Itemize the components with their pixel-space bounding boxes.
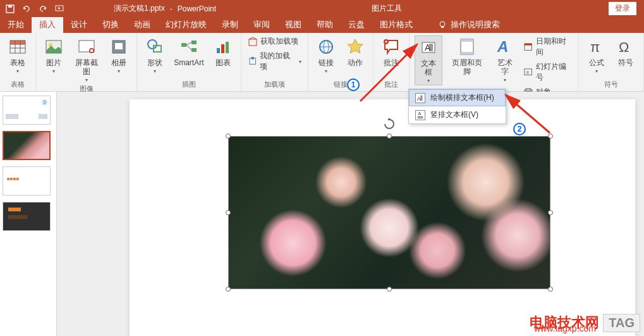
menu-horizontal-textbox[interactable]: A 绘制横排文本框(H)	[409, 89, 506, 106]
svg-rect-22	[191, 48, 197, 52]
ribbon: 表格 ▾ 表格 图片 ▾ 屏幕截图 ▾ 相册 ▾ 图像	[0, 33, 644, 92]
picture-button[interactable]: 图片 ▾	[41, 35, 66, 75]
comment-icon	[381, 37, 401, 57]
tab-animation[interactable]: 动画	[126, 16, 158, 33]
annotation-badge-1: 1	[347, 78, 360, 91]
selected-picture[interactable]	[228, 136, 550, 289]
wordart-button[interactable]: A 艺术字 ▾	[492, 35, 519, 84]
svg-rect-23	[217, 48, 220, 53]
store-icon	[248, 37, 258, 47]
window-title: 演示文稿1.pptx - PowerPoint	[114, 3, 216, 14]
header-footer-label: 页眉和页脚	[449, 58, 485, 76]
screenshot-label: 屏幕截图	[73, 58, 100, 76]
save-icon[interactable]	[5, 4, 15, 14]
resize-handle-bm[interactable]	[387, 287, 392, 292]
annotation-1-label: 1	[351, 80, 356, 89]
resize-handle-tr[interactable]	[548, 134, 553, 139]
login-button[interactable]: 登录	[609, 2, 636, 15]
resize-handle-bl[interactable]	[226, 287, 231, 292]
my-addins-label: 我的加载项	[260, 51, 296, 72]
thumbnail-2[interactable]	[3, 131, 51, 160]
tell-me-search[interactable]: 操作说明搜索	[433, 16, 505, 33]
smartart-button[interactable]: SmartArt	[171, 35, 206, 68]
group-addins: 获取加载项 我的加载项 ▾ 加载项	[241, 33, 308, 92]
my-addins-button[interactable]: 我的加载项 ▾	[246, 50, 303, 73]
tell-me-label: 操作说明搜索	[451, 19, 500, 30]
screenshot-button[interactable]: 屏幕截图 ▾	[70, 35, 102, 84]
slide-thumbnails: 录 ■■■■	[0, 92, 57, 336]
svg-rect-25	[226, 42, 229, 53]
resize-handle-tl[interactable]	[226, 134, 231, 139]
date-time-button[interactable]: 日期和时间	[522, 35, 573, 58]
filename-label: 演示文稿1.pptx	[114, 3, 165, 14]
equation-label: 公式	[589, 58, 604, 67]
annotation-2-label: 2	[518, 125, 522, 134]
thumbnail-1[interactable]: 录	[3, 96, 51, 125]
addins-icon	[248, 56, 257, 66]
table-label: 表格	[10, 58, 25, 67]
rotate-handle[interactable]	[383, 118, 396, 130]
action-button[interactable]: 动作	[343, 35, 368, 68]
group-images: 图片 ▾ 屏幕截图 ▾ 相册 ▾ 图像	[36, 33, 137, 92]
slide-canvas[interactable]	[57, 92, 644, 336]
tab-view[interactable]: 视图	[277, 16, 309, 33]
tab-review[interactable]: 审阅	[246, 16, 277, 33]
title-bar: 演示文稿1.pptx - PowerPoint 图片工具 登录	[0, 0, 644, 17]
album-button[interactable]: 相册 ▾	[106, 35, 131, 75]
tab-insert[interactable]: 插入	[32, 16, 63, 33]
resize-handle-tm[interactable]	[387, 134, 392, 139]
thumbnail-4[interactable]	[3, 202, 51, 231]
chevron-down-icon: ▾	[85, 77, 88, 83]
svg-rect-17	[115, 43, 123, 49]
resize-handle-br[interactable]	[548, 287, 553, 292]
tab-picture-format[interactable]: 图片格式	[372, 16, 420, 33]
svg-text:A: A	[417, 95, 421, 101]
date-time-label: 日期和时间	[536, 36, 572, 58]
svg-rect-10	[10, 40, 25, 44]
chevron-down-icon: ▾	[154, 68, 156, 74]
link-button[interactable]: 链接 ▾	[313, 35, 339, 75]
redo-icon[interactable]	[38, 4, 48, 14]
tab-transition[interactable]: 切换	[95, 16, 126, 33]
start-from-beginning-icon[interactable]	[54, 4, 64, 14]
textbox-button[interactable]: A 文本框 ▾	[415, 35, 443, 85]
resize-handle-mr[interactable]	[548, 210, 553, 215]
group-tables: 表格 ▾ 表格	[0, 33, 36, 92]
chevron-down-icon: ▾	[118, 68, 120, 74]
chart-button[interactable]: 图表	[210, 35, 236, 68]
thumbnail-3[interactable]: ■■■■	[3, 166, 51, 196]
header-footer-button[interactable]: 页眉和页脚	[446, 35, 488, 77]
rose-image	[229, 137, 550, 289]
tab-slideshow[interactable]: 幻灯片放映	[158, 16, 214, 33]
tab-design[interactable]: 设计	[63, 16, 95, 33]
tab-cloud[interactable]: 云盘	[341, 16, 372, 33]
shapes-button[interactable]: 形状 ▾	[142, 35, 167, 75]
equation-button[interactable]: π 公式 ▾	[584, 35, 609, 75]
svg-rect-24	[221, 44, 224, 53]
link-label: 链接	[319, 58, 334, 67]
equation-icon: π	[586, 37, 607, 57]
comment-button[interactable]: 批注	[379, 35, 404, 68]
tab-record[interactable]: 录制	[214, 16, 246, 33]
slide-number-button[interactable]: # 幻灯片编号	[522, 61, 573, 84]
symbol-button[interactable]: Ω 符号	[613, 35, 638, 68]
tab-start[interactable]: 开始	[0, 16, 32, 33]
group-tables-label: 表格	[11, 80, 25, 90]
menu-vertical-textbox[interactable]: A 竖排文本框(V)	[409, 106, 506, 123]
resize-handle-ml[interactable]	[226, 210, 231, 215]
chevron-down-icon: ▾	[504, 77, 506, 83]
picture-label: 图片	[46, 58, 61, 67]
screenshot-icon	[76, 37, 97, 57]
svg-text:A: A	[418, 111, 422, 116]
svg-text:A: A	[497, 38, 508, 55]
table-button[interactable]: 表格 ▾	[5, 35, 30, 75]
get-addins-button[interactable]: 获取加载项	[246, 35, 303, 47]
undo-icon[interactable]	[21, 4, 32, 14]
ribbon-tabs: 开始 插入 设计 切换 动画 幻灯片放映 录制 审阅 视图 帮助 云盘 图片格式…	[0, 17, 644, 33]
tab-help[interactable]: 帮助	[309, 16, 341, 33]
chevron-down-icon: ▾	[427, 78, 430, 84]
svg-rect-39	[461, 39, 473, 42]
shapes-label: 形状	[147, 58, 162, 67]
album-icon	[109, 37, 129, 57]
wordart-label: 艺术字	[494, 58, 516, 76]
